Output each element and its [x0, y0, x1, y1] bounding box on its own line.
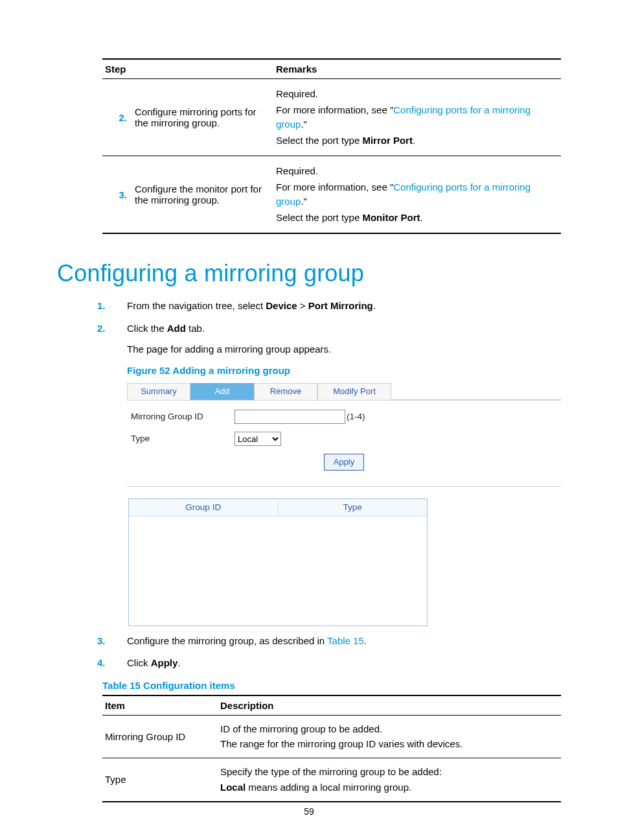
table15-caption: Table 15 Configuration items [102, 680, 561, 691]
grid-col-group-id: Group ID [129, 499, 279, 516]
list-item: 4. Click Apply. [97, 656, 561, 671]
hint-group-id: (1-4) [347, 410, 365, 423]
step-marker: 3. [97, 634, 106, 649]
step-text: Configure the monitor port for the mirro… [132, 156, 273, 234]
table-row: 2. Configure mirroring ports for the mir… [102, 79, 561, 156]
col-step-header: Step [102, 59, 273, 79]
label-type: Type [131, 432, 235, 445]
col-item-header: Item [102, 695, 218, 716]
apply-button[interactable]: Apply [324, 454, 365, 471]
table-row: Type Specify the type of the mirroring g… [102, 758, 561, 802]
step-number: 2. [102, 79, 132, 156]
section-heading: Configuring a mirroring group [57, 260, 561, 287]
grid-body-empty [129, 516, 427, 625]
step-marker: 2. [97, 321, 106, 336]
list-item: 1. From the navigation tree, select Devi… [97, 299, 561, 314]
cell-item: Mirroring Group ID [102, 715, 218, 758]
figure-caption: Figure 52 Adding a mirroring group [127, 364, 561, 379]
grid-col-type: Type [279, 499, 428, 516]
tab-summary[interactable]: Summary [127, 383, 190, 400]
link-table-15[interactable]: Table 15 [327, 635, 364, 646]
page-number: 59 [0, 806, 618, 817]
list-item: 3. Configure the mirroring group, as des… [97, 634, 561, 649]
tab-add[interactable]: Add [190, 383, 254, 400]
step-marker: 4. [97, 656, 106, 671]
tab-bar: Summary Add Remove Modify Port [127, 383, 561, 400]
figure-52: Summary Add Remove Modify Port Mirroring… [127, 383, 561, 626]
list-item: 2. Click the Add tab. The page for addin… [97, 321, 561, 626]
select-type[interactable]: Local [235, 432, 281, 446]
tab-remove[interactable]: Remove [254, 383, 317, 400]
cell-item: Type [102, 758, 218, 802]
tab-modify-port[interactable]: Modify Port [317, 383, 391, 400]
step-marker: 1. [97, 299, 106, 314]
step-text: Configure mirroring ports for the mirror… [132, 79, 273, 156]
table15: Item Description Mirroring Group ID ID o… [102, 695, 561, 802]
steps-list-cont: 3. Configure the mirroring group, as des… [97, 634, 561, 671]
cell-desc: Specify the type of the mirroring group … [218, 758, 561, 802]
col-desc-header: Description [218, 695, 561, 716]
results-grid: Group ID Type [128, 498, 428, 626]
input-group-id[interactable] [235, 410, 345, 424]
cell-desc: ID of the mirroring group to be added. T… [218, 715, 561, 758]
tab-body: Mirroring Group ID (1-4) Type Local Appl… [127, 400, 561, 480]
step-remarks-table: Step Remarks 2. Configure mirroring port… [102, 58, 561, 234]
label-group-id: Mirroring Group ID [131, 410, 235, 423]
table-row: 3. Configure the monitor port for the mi… [102, 156, 561, 234]
table-row: Mirroring Group ID ID of the mirroring g… [102, 715, 561, 758]
steps-list: 1. From the navigation tree, select Devi… [97, 299, 561, 626]
step-number: 3. [102, 156, 132, 234]
col-remarks-header: Remarks [273, 59, 561, 79]
step-remarks: Required. For more information, see "Con… [273, 79, 561, 156]
step-remarks: Required. For more information, see "Con… [273, 156, 561, 234]
